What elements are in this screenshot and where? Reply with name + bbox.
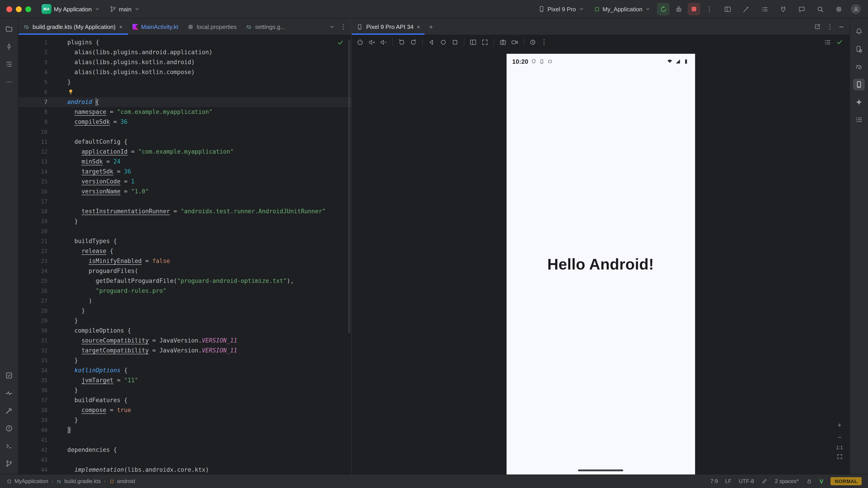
- line-number[interactable]: 24: [19, 266, 48, 276]
- tool-structure-button[interactable]: [3, 58, 15, 70]
- line-number[interactable]: 14: [19, 167, 48, 177]
- line-number[interactable]: 16: [19, 187, 48, 197]
- line-separator-widget[interactable]: LF: [725, 478, 732, 484]
- tab-build-gradle[interactable]: build.gradle.kts (My Application) ×: [19, 19, 128, 35]
- snapshots-icon[interactable]: [529, 38, 537, 46]
- code-line[interactable]: 3 alias(libs.plugins.kotlin.android): [19, 57, 351, 67]
- line-number[interactable]: 13: [19, 157, 48, 167]
- code-line[interactable]: 28 }: [19, 306, 351, 316]
- zoom-out-button[interactable]: −: [835, 432, 844, 442]
- ideavim-icon[interactable]: V: [819, 478, 823, 485]
- resize-display-icon[interactable]: [481, 38, 489, 46]
- plugins-button[interactable]: [777, 3, 789, 15]
- line-number[interactable]: 38: [19, 405, 48, 415]
- debug-button[interactable]: [672, 3, 685, 15]
- nav-home-icon[interactable]: [439, 38, 447, 46]
- line-number[interactable]: 40: [19, 425, 48, 435]
- rotate-right-icon[interactable]: [410, 38, 417, 46]
- volume-up-icon[interactable]: [368, 38, 376, 46]
- line-number[interactable]: 25: [19, 276, 48, 286]
- tool-gemini-button[interactable]: [853, 96, 865, 108]
- indent-widget[interactable]: 2 spaces*: [775, 478, 799, 484]
- code-line[interactable]: 2 alias(libs.plugins.android.application…: [19, 47, 351, 57]
- display-settings-icon[interactable]: [824, 38, 831, 46]
- line-number[interactable]: 27: [19, 296, 48, 306]
- line-number[interactable]: 35: [19, 376, 48, 385]
- hidden-tabs-chevron-icon[interactable]: [329, 23, 336, 30]
- line-number[interactable]: 34: [19, 365, 48, 376]
- code-line[interactable]: 19 }: [19, 217, 351, 226]
- code-line[interactable]: 16 versionName = "1.0": [19, 187, 351, 197]
- fit-to-window-icon[interactable]: [836, 453, 843, 460]
- code-line[interactable]: 18 testInstrumentationRunner = "androidx…: [19, 206, 351, 217]
- line-number[interactable]: 12: [19, 147, 48, 157]
- chat-button[interactable]: [795, 3, 808, 15]
- line-number[interactable]: 9: [19, 117, 48, 127]
- line-number[interactable]: 32: [19, 346, 48, 356]
- power-button-icon[interactable]: [356, 38, 364, 46]
- line-number[interactable]: 33: [19, 356, 48, 365]
- tool-device-explorer-button[interactable]: [853, 114, 865, 126]
- code-line[interactable]: 4 alias(libs.plugins.kotlin.compose): [19, 67, 351, 77]
- tab-local-properties[interactable]: local.properties: [183, 19, 241, 35]
- code-line[interactable]: 31 sourceCompatibility = JavaVersion.VER…: [19, 336, 351, 346]
- code-line[interactable]: 22 release {: [19, 246, 351, 256]
- code-line[interactable]: 43: [19, 455, 351, 465]
- intention-bulb-icon[interactable]: [67, 89, 74, 95]
- line-number[interactable]: 4: [19, 67, 48, 77]
- more-tool-windows-button[interactable]: ⋯: [3, 76, 15, 88]
- tab-settings-gradle[interactable]: settings.g...: [241, 19, 290, 35]
- code-line[interactable]: 14 targetSdk = 36: [19, 167, 351, 177]
- pencil-icon[interactable]: [761, 478, 768, 484]
- line-number[interactable]: 26: [19, 286, 48, 296]
- stop-button[interactable]: [688, 3, 700, 15]
- tool-commit-button[interactable]: [3, 41, 15, 53]
- device-more-kebab-icon[interactable]: ⋮: [541, 39, 548, 45]
- open-in-window-icon[interactable]: [814, 23, 821, 30]
- tool-device-manager-button[interactable]: [853, 43, 865, 55]
- tool-problems-button[interactable]: [3, 422, 15, 434]
- code-editor[interactable]: 1plugins {2 alias(libs.plugins.android.a…: [19, 35, 351, 474]
- code-line[interactable]: 13 minSdk = 24: [19, 157, 351, 167]
- screen-record-icon[interactable]: [511, 38, 519, 46]
- code-line[interactable]: 35 jvmTarget = "11": [19, 376, 351, 385]
- code-line[interactable]: 36 }: [19, 385, 351, 395]
- line-number[interactable]: 42: [19, 445, 48, 455]
- search-everywhere-button[interactable]: [814, 3, 827, 15]
- tool-notifications-button[interactable]: [853, 26, 865, 37]
- code-line[interactable]: 15 versionCode = 1: [19, 177, 351, 187]
- line-number[interactable]: 19: [19, 217, 48, 226]
- line-number[interactable]: 18: [19, 206, 48, 217]
- code-line[interactable]: 6: [19, 87, 351, 97]
- inspections-status-widget[interactable]: [337, 39, 344, 46]
- code-line[interactable]: 9 compileSdk = 36: [19, 117, 351, 127]
- nav-recents-icon[interactable]: [451, 38, 459, 46]
- vcs-branch-widget[interactable]: main: [106, 3, 143, 15]
- line-number[interactable]: 1: [19, 37, 48, 47]
- line-number[interactable]: 41: [19, 435, 48, 445]
- code-line[interactable]: 40}: [19, 425, 351, 435]
- line-number[interactable]: 15: [19, 177, 48, 187]
- code-line[interactable]: 26 "proguard-rules.pro": [19, 286, 351, 296]
- run-options-menu[interactable]: ⋮: [703, 3, 716, 15]
- line-number[interactable]: 20: [19, 226, 48, 236]
- code-line[interactable]: 7android {: [19, 97, 351, 107]
- code-line[interactable]: 24 proguardFiles(: [19, 266, 351, 276]
- code-line[interactable]: 29 }: [19, 316, 351, 326]
- gesture-navigation-pill[interactable]: [578, 469, 623, 471]
- rotate-left-icon[interactable]: [398, 38, 405, 46]
- code-area[interactable]: 1plugins {2 alias(libs.plugins.android.a…: [19, 37, 351, 474]
- line-number[interactable]: 30: [19, 326, 48, 336]
- code-line[interactable]: 39 }: [19, 415, 351, 425]
- tool-app-insights-button[interactable]: [3, 387, 15, 399]
- code-line[interactable]: 41: [19, 435, 351, 445]
- line-number[interactable]: 23: [19, 256, 48, 266]
- rerun-button[interactable]: [657, 3, 670, 15]
- read-only-lock-icon[interactable]: [806, 478, 812, 484]
- tool-gradle-button[interactable]: [853, 61, 865, 73]
- zoom-in-button[interactable]: +: [835, 420, 844, 429]
- encoding-widget[interactable]: UTF-8: [739, 478, 754, 484]
- line-number[interactable]: 36: [19, 385, 48, 395]
- line-number[interactable]: 6: [19, 87, 48, 97]
- tool-project-button[interactable]: [3, 23, 15, 35]
